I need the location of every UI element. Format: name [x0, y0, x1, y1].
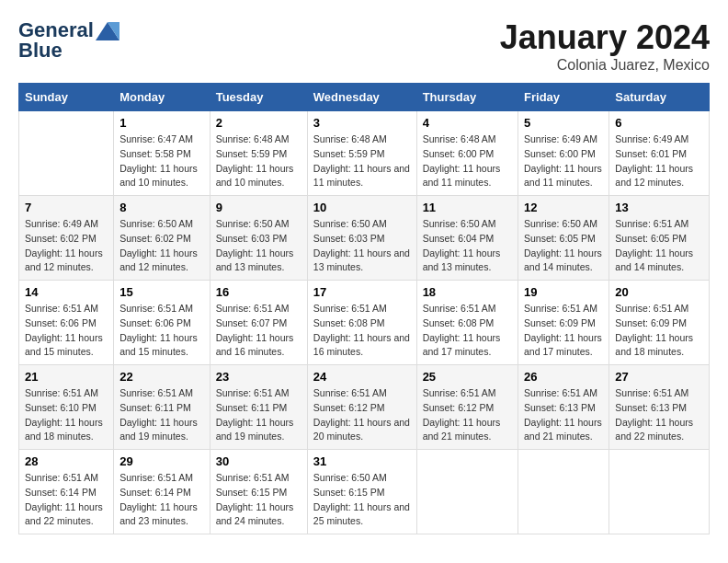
day-number: 28: [25, 454, 108, 468]
calendar-cell: 23Sunrise: 6:51 AMSunset: 6:11 PMDayligh…: [210, 365, 307, 450]
cell-info: Sunrise: 6:51 AMSunset: 6:06 PMDaylight:…: [119, 302, 204, 360]
day-number: 11: [423, 201, 512, 214]
calendar-cell: 31Sunrise: 6:50 AMSunset: 6:15 PMDayligh…: [307, 450, 416, 534]
title-block: January 2024 Colonia Juarez, Mexico: [500, 18, 710, 74]
week-row-1: 7Sunrise: 6:49 AMSunset: 6:02 PMDaylight…: [19, 196, 710, 281]
day-number: 9: [216, 201, 301, 214]
cell-info: Sunrise: 6:50 AMSunset: 6:02 PMDaylight:…: [119, 217, 204, 275]
cell-info: Sunrise: 6:51 AMSunset: 6:09 PMDaylight:…: [524, 302, 603, 360]
calendar-cell: 2Sunrise: 6:48 AMSunset: 5:59 PMDaylight…: [210, 111, 307, 196]
cell-info: Sunrise: 6:49 AMSunset: 6:01 PMDaylight:…: [615, 132, 703, 190]
calendar-cell: 22Sunrise: 6:51 AMSunset: 6:11 PMDayligh…: [114, 365, 210, 450]
cell-info: Sunrise: 6:51 AMSunset: 6:06 PMDaylight:…: [25, 302, 108, 360]
day-number: 27: [615, 370, 703, 384]
day-number: 31: [313, 454, 411, 468]
cell-info: Sunrise: 6:51 AMSunset: 6:13 PMDaylight:…: [524, 386, 603, 444]
cell-info: Sunrise: 6:50 AMSunset: 6:05 PMDaylight:…: [524, 217, 603, 275]
cell-info: Sunrise: 6:48 AMSunset: 5:59 PMDaylight:…: [313, 132, 411, 190]
day-number: 13: [615, 201, 703, 214]
header-tuesday: Tuesday: [210, 84, 307, 111]
calendar-cell: 25Sunrise: 6:51 AMSunset: 6:12 PMDayligh…: [416, 365, 518, 450]
day-number: 26: [524, 370, 603, 384]
day-number: 12: [524, 201, 603, 214]
day-number: 8: [119, 201, 204, 214]
cell-info: Sunrise: 6:51 AMSunset: 6:08 PMDaylight:…: [423, 302, 512, 360]
calendar-cell: [609, 450, 710, 534]
day-number: 24: [313, 370, 411, 384]
calendar-cell: 30Sunrise: 6:51 AMSunset: 6:15 PMDayligh…: [210, 450, 307, 534]
day-number: 29: [119, 454, 204, 468]
calendar-cell: [416, 450, 518, 534]
calendar-cell: 5Sunrise: 6:49 AMSunset: 6:00 PMDaylight…: [518, 111, 609, 196]
cell-info: Sunrise: 6:51 AMSunset: 6:14 PMDaylight:…: [119, 471, 204, 529]
logo: General Blue: [18, 18, 119, 63]
cell-info: Sunrise: 6:51 AMSunset: 6:12 PMDaylight:…: [423, 386, 512, 444]
cell-info: Sunrise: 6:50 AMSunset: 6:03 PMDaylight:…: [313, 217, 411, 275]
calendar-cell: 1Sunrise: 6:47 AMSunset: 5:58 PMDaylight…: [114, 111, 210, 196]
week-row-0: 1Sunrise: 6:47 AMSunset: 5:58 PMDaylight…: [19, 111, 710, 196]
cell-info: Sunrise: 6:51 AMSunset: 6:13 PMDaylight:…: [615, 386, 703, 444]
calendar-cell: 11Sunrise: 6:50 AMSunset: 6:04 PMDayligh…: [416, 196, 518, 281]
cell-info: Sunrise: 6:51 AMSunset: 6:11 PMDaylight:…: [119, 386, 204, 444]
page-header: General Blue January 2024 Colonia Juarez…: [18, 18, 710, 74]
day-number: 4: [423, 116, 512, 130]
calendar-cell: 20Sunrise: 6:51 AMSunset: 6:09 PMDayligh…: [609, 281, 710, 365]
logo-icon: [96, 22, 119, 40]
calendar-cell: 19Sunrise: 6:51 AMSunset: 6:09 PMDayligh…: [518, 281, 609, 365]
calendar-cell: 28Sunrise: 6:51 AMSunset: 6:14 PMDayligh…: [19, 450, 114, 534]
day-number: 18: [423, 285, 512, 299]
calendar-cell: 6Sunrise: 6:49 AMSunset: 6:01 PMDaylight…: [609, 111, 710, 196]
day-number: 7: [25, 201, 108, 214]
header-saturday: Saturday: [609, 84, 710, 111]
cell-info: Sunrise: 6:48 AMSunset: 6:00 PMDaylight:…: [423, 132, 512, 190]
day-number: 10: [313, 201, 411, 214]
day-number: 5: [524, 116, 603, 130]
calendar-cell: 17Sunrise: 6:51 AMSunset: 6:08 PMDayligh…: [307, 281, 416, 365]
day-number: 14: [25, 285, 108, 299]
header-sunday: Sunday: [19, 84, 114, 111]
calendar-cell: 10Sunrise: 6:50 AMSunset: 6:03 PMDayligh…: [307, 196, 416, 281]
day-number: 21: [25, 370, 108, 384]
calendar-cell: 15Sunrise: 6:51 AMSunset: 6:06 PMDayligh…: [114, 281, 210, 365]
calendar-cell: 3Sunrise: 6:48 AMSunset: 5:59 PMDaylight…: [307, 111, 416, 196]
calendar-cell: 29Sunrise: 6:51 AMSunset: 6:14 PMDayligh…: [114, 450, 210, 534]
header-row: Sunday Monday Tuesday Wednesday Thursday…: [19, 84, 710, 111]
day-number: 15: [119, 285, 204, 299]
cell-info: Sunrise: 6:51 AMSunset: 6:10 PMDaylight:…: [25, 386, 108, 444]
week-row-4: 28Sunrise: 6:51 AMSunset: 6:14 PMDayligh…: [19, 450, 710, 534]
cell-info: Sunrise: 6:50 AMSunset: 6:04 PMDaylight:…: [423, 217, 512, 275]
calendar-cell: 24Sunrise: 6:51 AMSunset: 6:12 PMDayligh…: [307, 365, 416, 450]
calendar-cell: 7Sunrise: 6:49 AMSunset: 6:02 PMDaylight…: [19, 196, 114, 281]
week-row-3: 21Sunrise: 6:51 AMSunset: 6:10 PMDayligh…: [19, 365, 710, 450]
main-title: January 2024: [500, 18, 710, 57]
calendar-cell: 9Sunrise: 6:50 AMSunset: 6:03 PMDaylight…: [210, 196, 307, 281]
calendar-cell: 12Sunrise: 6:50 AMSunset: 6:05 PMDayligh…: [518, 196, 609, 281]
subtitle: Colonia Juarez, Mexico: [500, 57, 710, 74]
cell-info: Sunrise: 6:50 AMSunset: 6:15 PMDaylight:…: [313, 471, 411, 529]
calendar-cell: 4Sunrise: 6:48 AMSunset: 6:00 PMDaylight…: [416, 111, 518, 196]
day-number: 20: [615, 285, 703, 299]
header-friday: Friday: [518, 84, 609, 111]
cell-info: Sunrise: 6:49 AMSunset: 6:02 PMDaylight:…: [25, 217, 108, 275]
cell-info: Sunrise: 6:51 AMSunset: 6:15 PMDaylight:…: [216, 471, 301, 529]
cell-info: Sunrise: 6:50 AMSunset: 6:03 PMDaylight:…: [216, 217, 301, 275]
cell-info: Sunrise: 6:51 AMSunset: 6:12 PMDaylight:…: [313, 386, 411, 444]
calendar-cell: 18Sunrise: 6:51 AMSunset: 6:08 PMDayligh…: [416, 281, 518, 365]
cell-info: Sunrise: 6:51 AMSunset: 6:14 PMDaylight:…: [25, 471, 108, 529]
cell-info: Sunrise: 6:49 AMSunset: 6:00 PMDaylight:…: [524, 132, 603, 190]
header-thursday: Thursday: [416, 84, 518, 111]
cell-info: Sunrise: 6:51 AMSunset: 6:07 PMDaylight:…: [216, 302, 301, 360]
day-number: 19: [524, 285, 603, 299]
calendar-cell: 27Sunrise: 6:51 AMSunset: 6:13 PMDayligh…: [609, 365, 710, 450]
cell-info: Sunrise: 6:51 AMSunset: 6:11 PMDaylight:…: [216, 386, 301, 444]
cell-info: Sunrise: 6:47 AMSunset: 5:58 PMDaylight:…: [119, 132, 204, 190]
day-number: 1: [119, 116, 204, 130]
cell-info: Sunrise: 6:51 AMSunset: 6:05 PMDaylight:…: [615, 217, 703, 275]
header-wednesday: Wednesday: [307, 84, 416, 111]
calendar-cell: 13Sunrise: 6:51 AMSunset: 6:05 PMDayligh…: [609, 196, 710, 281]
calendar-table: Sunday Monday Tuesday Wednesday Thursday…: [18, 83, 710, 534]
day-number: 23: [216, 370, 301, 384]
day-number: 25: [423, 370, 512, 384]
day-number: 30: [216, 454, 301, 468]
calendar-cell: [518, 450, 609, 534]
